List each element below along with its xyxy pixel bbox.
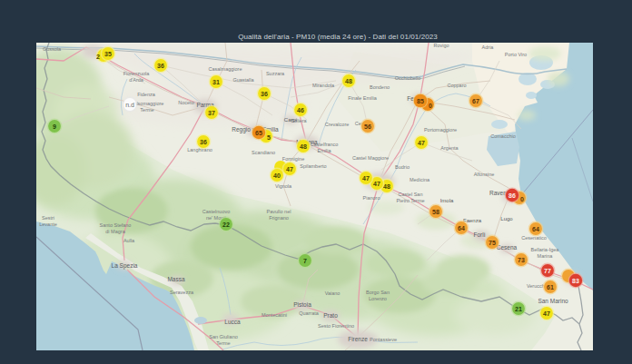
svg-text:Fiorenzuola: Fiorenzuola — [123, 71, 151, 76]
svg-text:61: 61 — [547, 284, 554, 290]
svg-text:0: 0 — [520, 196, 524, 202]
svg-text:Frignano: Frignano — [269, 215, 289, 221]
svg-text:Pianoro: Pianoro — [363, 195, 380, 201]
svg-text:47: 47 — [373, 181, 380, 187]
svg-text:83: 83 — [572, 278, 579, 284]
svg-text:Lorenzo: Lorenzo — [369, 296, 387, 301]
svg-text:21: 21 — [515, 306, 522, 312]
svg-text:Santo Stefano: Santo Stefano — [100, 222, 132, 228]
svg-text:Massa: Massa — [167, 276, 185, 282]
svg-text:Castelnuovo: Castelnuovo — [202, 209, 231, 214]
svg-text:Lucca: Lucca — [224, 319, 241, 325]
svg-text:35: 35 — [104, 51, 112, 57]
svg-text:Noceto: Noceto — [178, 100, 193, 105]
svg-text:Castel San: Castel San — [399, 192, 423, 197]
svg-text:Sesto Fiorentino: Sesto Fiorentino — [318, 323, 354, 329]
svg-text:Alfonsine: Alfonsine — [474, 172, 495, 177]
svg-text:Vaiano: Vaiano — [325, 290, 341, 296]
svg-text:77: 77 — [544, 268, 551, 274]
svg-text:Comacchio: Comacchio — [490, 133, 516, 139]
svg-text:Bondeno: Bondeno — [370, 84, 390, 90]
svg-text:Bellaria-Igea: Bellaria-Igea — [531, 247, 560, 252]
svg-text:Adria: Adria — [482, 44, 495, 50]
svg-text:Quarrata: Quarrata — [299, 310, 320, 316]
svg-text:48: 48 — [345, 78, 352, 84]
svg-text:Fidenza: Fidenza — [137, 92, 156, 97]
svg-text:Terme: Terme — [140, 107, 153, 113]
svg-text:31: 31 — [212, 79, 220, 85]
svg-text:2: 2 — [96, 54, 100, 60]
svg-text:47: 47 — [286, 166, 293, 172]
svg-text:Gussola: Gussola — [43, 46, 62, 52]
svg-text:22: 22 — [222, 221, 230, 228]
svg-text:9: 9 — [53, 123, 56, 130]
svg-text:64: 64 — [532, 226, 539, 232]
svg-text:Argenta: Argenta — [440, 145, 459, 151]
svg-text:di Magra: di Magra — [105, 229, 125, 234]
svg-text:Imola: Imola — [440, 198, 454, 203]
svg-text:36: 36 — [261, 91, 268, 97]
svg-text:85: 85 — [417, 98, 424, 104]
svg-text:Marina: Marina — [538, 253, 554, 259]
svg-text:Copparo: Copparo — [447, 83, 466, 88]
svg-text:Levante: Levante — [39, 221, 57, 227]
svg-text:Forlì: Forlì — [474, 231, 486, 238]
svg-text:0: 0 — [429, 103, 432, 109]
svg-text:Medicina: Medicina — [410, 177, 430, 182]
svg-text:Pietro Terme: Pietro Terme — [396, 198, 424, 203]
svg-text:56: 56 — [364, 123, 371, 130]
svg-text:Terme: Terme — [216, 340, 230, 346]
svg-text:Rovigo: Rovigo — [433, 43, 449, 48]
svg-text:64: 64 — [458, 225, 465, 231]
svg-text:Occhiobello: Occhiobello — [395, 75, 421, 81]
svg-text:Porto Viro: Porto Viro — [505, 52, 527, 57]
svg-text:Pontassieve: Pontassieve — [370, 337, 397, 342]
svg-text:36: 36 — [157, 63, 164, 69]
svg-text:40: 40 — [273, 172, 281, 179]
svg-text:Crevalcore: Crevalcore — [325, 122, 350, 127]
svg-text:67: 67 — [472, 98, 479, 104]
svg-text:San Marino: San Marino — [538, 298, 568, 304]
svg-text:Prato: Prato — [323, 312, 338, 319]
svg-text:47: 47 — [362, 175, 370, 182]
svg-text:Aulla: Aulla — [123, 238, 135, 243]
svg-text:Lugo: Lugo — [500, 216, 513, 221]
svg-text:Mirandola: Mirandola — [312, 83, 335, 88]
svg-text:Sestri: Sestri — [42, 215, 54, 221]
svg-text:La Spezia: La Spezia — [112, 262, 138, 270]
svg-text:73: 73 — [518, 257, 525, 263]
svg-text:46: 46 — [297, 107, 304, 113]
svg-text:37: 37 — [208, 110, 215, 116]
svg-text:48: 48 — [300, 143, 307, 150]
svg-text:San Giuliano: San Giuliano — [209, 334, 238, 339]
svg-text:Montecatini: Montecatini — [262, 312, 287, 318]
svg-text:Seravezza: Seravezza — [170, 290, 194, 295]
svg-text:Spilamberto: Spilamberto — [300, 163, 326, 169]
svg-text:Formigine: Formigine — [282, 156, 304, 162]
svg-text:Emilia: Emilia — [318, 148, 332, 153]
svg-text:65: 65 — [255, 130, 262, 136]
svg-text:58: 58 — [432, 209, 439, 215]
svg-text:Cesena: Cesena — [497, 244, 518, 251]
svg-text:86: 86 — [509, 192, 516, 199]
svg-text:Pistoia: Pistoia — [293, 301, 311, 308]
svg-text:75: 75 — [489, 240, 496, 246]
svg-text:d'Arda: d'Arda — [129, 77, 144, 83]
svg-text:Borgo San: Borgo San — [366, 290, 390, 295]
svg-text:Carpi: Carpi — [284, 117, 297, 123]
svg-text:n.d: n.d — [125, 102, 134, 108]
svg-text:Budrio: Budrio — [395, 164, 410, 170]
svg-text:Casalmaggiore: Casalmaggiore — [209, 66, 242, 72]
svg-text:Castel Maggiore: Castel Maggiore — [352, 155, 389, 161]
svg-text:47: 47 — [418, 140, 425, 146]
svg-text:Suzzara: Suzzara — [266, 71, 285, 76]
svg-text:Pavullo nel: Pavullo nel — [267, 209, 291, 214]
svg-text:36: 36 — [200, 139, 207, 145]
svg-text:Guastalla: Guastalla — [232, 77, 254, 83]
svg-text:5: 5 — [267, 134, 271, 141]
svg-text:Finale Emilia: Finale Emilia — [348, 95, 377, 101]
svg-text:Vignola: Vignola — [275, 183, 292, 189]
svg-text:Firenze: Firenze — [348, 336, 368, 342]
svg-text:7: 7 — [303, 258, 307, 264]
svg-text:47: 47 — [543, 310, 550, 317]
